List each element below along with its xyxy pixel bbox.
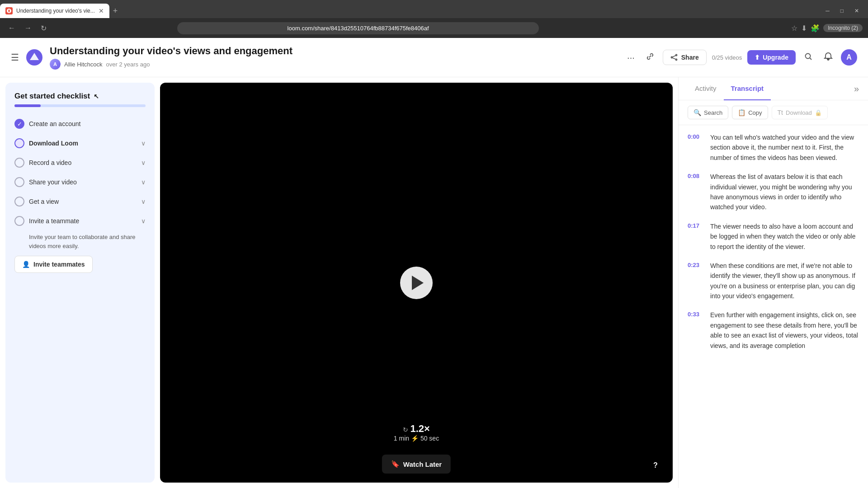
transcript-panel: Activity Transcript » 🔍 Search 📋 Copy <box>678 77 868 488</box>
play-triangle-icon <box>412 276 424 290</box>
search-transcript-button[interactable]: 🔍 Search <box>688 106 728 119</box>
extensions-icon[interactable]: 🧩 <box>811 24 820 33</box>
more-options-button[interactable]: ··· <box>624 50 637 66</box>
check-circle-get-view <box>14 197 24 206</box>
tab-favicon <box>5 7 13 14</box>
transcript-text-3: When these conditions are met, if we're … <box>710 261 859 301</box>
download-icon[interactable]: ⬇ <box>801 24 807 33</box>
checklist-item-download-loom[interactable]: Download Loom ∨ <box>14 134 146 153</box>
transcript-text-4: Even further with engagement insights, c… <box>710 310 859 351</box>
tab-close-icon[interactable]: ✕ <box>99 7 104 14</box>
video-title: Understanding your video's views and eng… <box>50 45 617 57</box>
forward-button[interactable]: → <box>22 22 34 34</box>
video-title-section: Understanding your video's views and eng… <box>50 45 617 70</box>
transcript-entry-4: 0:33 Even further with engagement insigh… <box>688 310 859 351</box>
checklist-label-download-loom: Download Loom <box>29 140 137 147</box>
bookmark-icon[interactable]: ☆ <box>791 24 797 33</box>
checklist-label-get-view: Get a view <box>29 198 137 205</box>
timestamp-1[interactable]: 0:08 <box>688 172 704 212</box>
check-circle-create-account: ✓ <box>14 119 24 129</box>
checklist-progress-track <box>14 104 146 107</box>
svg-point-3 <box>671 57 672 58</box>
timestamp-0[interactable]: 0:00 <box>688 132 704 163</box>
help-button[interactable]: ? <box>647 457 664 474</box>
expand-panel-button[interactable]: » <box>854 84 859 94</box>
transcript-text-1: Whereas the list of avatars below it is … <box>710 172 859 212</box>
copy-transcript-button[interactable]: 📋 Copy <box>732 106 768 119</box>
main-content: Get started checklist ↖ ✓ Create an acco… <box>0 77 868 488</box>
speed-icon: ↻ <box>403 426 408 433</box>
transcript-entry-3: 0:23 When these conditions are met, if w… <box>688 261 859 301</box>
speed-overlay: ↻ 1.2× 1 min ⚡ 50 sec <box>385 418 448 446</box>
address-bar: ← → ↻ ☆ ⬇ 🧩 Incognito (2) <box>0 18 868 38</box>
header-actions: ··· Share 0/25 videos ⬆ Upgrade <box>624 49 857 66</box>
upgrade-label: Upgrade <box>763 54 788 61</box>
svg-line-5 <box>672 56 675 57</box>
transcript-content: 0:00 You can tell who's watched your vid… <box>679 125 868 488</box>
check-circle-record-video <box>14 158 24 168</box>
checklist-item-share-video[interactable]: Share your video ∨ <box>14 173 146 192</box>
back-button[interactable]: ← <box>5 22 18 34</box>
download-label: Download <box>786 109 812 116</box>
publish-time: over 2 years ago <box>106 61 150 68</box>
share-button[interactable]: Share <box>663 50 707 65</box>
check-circle-invite-teammate <box>14 216 24 226</box>
close-window-button[interactable]: ✕ <box>851 7 863 15</box>
checklist-item-get-view[interactable]: Get a view ∨ <box>14 192 146 211</box>
refresh-button[interactable]: ↻ <box>38 22 49 34</box>
app-header: ☰ Understanding your video's views and e… <box>0 38 868 77</box>
incognito-badge: Incognito (2) <box>823 24 863 32</box>
share-label: Share <box>681 54 699 61</box>
check-circle-download-loom <box>14 138 24 148</box>
download-transcript-button[interactable]: Tt Download 🔒 <box>772 106 828 119</box>
user-avatar[interactable]: A <box>841 49 857 66</box>
timestamp-3[interactable]: 0:23 <box>688 261 704 301</box>
browser-chrome: Understanding your video's vie... ✕ + ─ … <box>0 0 868 38</box>
checklist-progress-fill <box>14 104 41 107</box>
checklist-label-share-video: Share your video <box>29 178 137 186</box>
svg-line-8 <box>810 58 812 60</box>
search-icon: 🔍 <box>693 109 701 116</box>
chevron-down-icon-record-video: ∨ <box>141 159 146 166</box>
transcript-text-2: The viewer needs to also have a loom acc… <box>710 221 859 252</box>
copy-link-button[interactable] <box>643 49 657 66</box>
video-meta: A Allie Hitchcock over 2 years ago <box>50 59 617 70</box>
tab-activity[interactable]: Activity <box>688 77 724 100</box>
checklist-item-invite-teammate[interactable]: Invite a teammate ∨ <box>14 211 146 231</box>
checklist-item-create-account[interactable]: ✓ Create an account <box>14 114 146 134</box>
chevron-down-icon-download-loom: ∨ <box>141 140 146 147</box>
upgrade-button[interactable]: ⬆ Upgrade <box>747 50 796 65</box>
search-button[interactable] <box>801 49 816 66</box>
play-button[interactable] <box>400 267 433 299</box>
transcript-text-0: You can tell who's watched your video an… <box>710 132 859 163</box>
new-tab-button[interactable]: + <box>109 6 122 16</box>
upgrade-icon: ⬆ <box>755 54 760 61</box>
watch-later-button[interactable]: 🔖 Watch Later <box>382 455 451 474</box>
notifications-button[interactable] <box>821 49 835 66</box>
timestamp-2[interactable]: 0:17 <box>688 221 704 252</box>
hamburger-button[interactable]: ☰ <box>11 52 19 63</box>
invite-teammates-button[interactable]: 👤 Invite teammates <box>14 256 93 273</box>
timestamp-4[interactable]: 0:33 <box>688 310 704 351</box>
chevron-down-icon-get-view: ∨ <box>141 198 146 205</box>
minimize-button[interactable]: ─ <box>822 7 833 15</box>
tab-bar-right: ─ □ ✕ <box>822 7 868 15</box>
speed-time: 1 min ⚡ 50 sec <box>394 435 439 442</box>
browser-tab[interactable]: Understanding your video's vie... ✕ <box>0 4 109 18</box>
video-container[interactable]: ↻ 1.2× 1 min ⚡ 50 sec 🔖 Watch Later ? <box>160 83 673 483</box>
tab-bar: Understanding your video's vie... ✕ + ─ … <box>0 0 868 18</box>
checklist-item-record-video[interactable]: Record a video ∨ <box>14 153 146 173</box>
copy-icon: 📋 <box>738 109 745 116</box>
svg-point-2 <box>675 55 677 56</box>
tab-transcript[interactable]: Transcript <box>724 77 771 100</box>
checklist-panel: Get started checklist ↖ ✓ Create an acco… <box>5 83 155 483</box>
url-input[interactable] <box>177 22 539 34</box>
search-label: Search <box>704 109 722 116</box>
maximize-button[interactable]: □ <box>837 7 847 15</box>
chevron-down-icon-invite-teammate: ∨ <box>141 217 146 225</box>
invite-icon: 👤 <box>22 261 30 268</box>
speed-control: ↻ 1.2× <box>394 423 439 435</box>
loom-logo <box>26 49 42 66</box>
transcript-entry-2: 0:17 The viewer needs to also have a loo… <box>688 221 859 252</box>
address-bar-actions: ☆ ⬇ 🧩 Incognito (2) <box>791 24 863 33</box>
